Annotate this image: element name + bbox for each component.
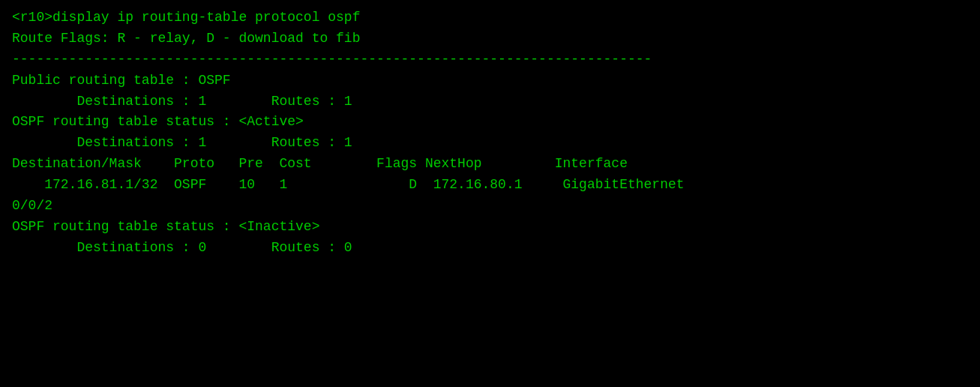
terminal-line: <r10>display ip routing-table protocol o… [12,8,968,28]
terminal-window: <r10>display ip routing-table protocol o… [0,0,980,387]
terminal-line: Destination/Mask Proto Pre Cost Flags Ne… [12,154,968,175]
terminal-line: Destinations : 1 Routes : 1 [12,133,968,154]
terminal-line: Route Flags: R - relay, D - download to … [12,28,968,50]
terminal-line: 0/0/2 [12,196,968,217]
terminal-line: ----------------------------------------… [12,50,968,70]
terminal-line: Destinations : 1 Routes : 1 [12,92,968,112]
terminal-line: 172.16.81.1/32 OSPF 10 1 D 172.16.80.1 G… [12,175,968,196]
terminal-line: Public routing table : OSPF [12,70,968,92]
terminal-line: OSPF routing table status : <Inactive> [12,217,968,238]
terminal-line: OSPF routing table status : <Active> [12,112,968,133]
terminal-line: Destinations : 0 Routes : 0 [12,238,968,259]
